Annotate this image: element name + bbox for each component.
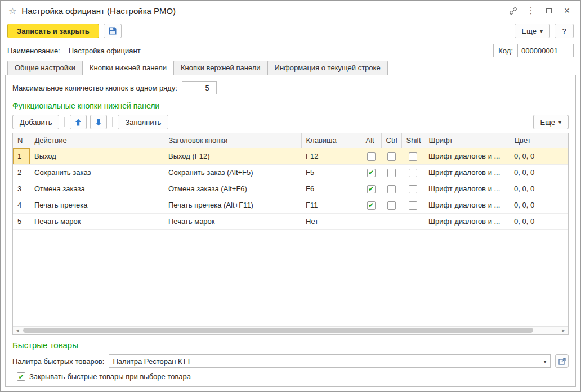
cell-font[interactable]: Шрифт диалогов и ... bbox=[424, 197, 510, 213]
kebab-menu-icon[interactable]: ⋮ bbox=[523, 4, 539, 17]
cell-alt[interactable]: ✔ bbox=[361, 164, 381, 181]
palette-open-button[interactable] bbox=[555, 354, 569, 368]
scroll-left-icon[interactable]: ◀ bbox=[13, 327, 22, 334]
save-close-button[interactable]: Записать и закрыть bbox=[7, 24, 99, 38]
cell-shift[interactable] bbox=[401, 181, 424, 197]
scrollbar-track[interactable] bbox=[22, 327, 559, 334]
column-header[interactable]: N bbox=[13, 133, 30, 148]
column-header[interactable]: Ctrl bbox=[381, 133, 401, 148]
cell-key[interactable]: F6 bbox=[301, 181, 361, 197]
code-input[interactable] bbox=[517, 44, 574, 57]
cell-number[interactable]: 3 bbox=[13, 181, 30, 197]
cell-caption[interactable]: Отмена заказа (Alt+F6) bbox=[164, 181, 301, 197]
save-button[interactable] bbox=[104, 24, 122, 38]
cell-font[interactable]: Шрифт диалогов и ... bbox=[424, 181, 510, 197]
cell-font[interactable]: Шрифт диалогов и ... bbox=[424, 148, 510, 164]
cell-action[interactable]: Печать марок bbox=[30, 213, 164, 229]
column-header[interactable]: Шрифт bbox=[424, 133, 510, 148]
cell-key[interactable]: F12 bbox=[301, 148, 361, 164]
cell-color[interactable]: 0, 0, 0 bbox=[510, 148, 568, 164]
fill-button[interactable]: Заполнить bbox=[118, 115, 168, 129]
checkbox-unchecked[interactable] bbox=[409, 185, 417, 193]
checkbox-checked[interactable]: ✔ bbox=[367, 169, 376, 177]
maximize-icon[interactable] bbox=[541, 4, 557, 17]
cell-shift[interactable] bbox=[401, 197, 424, 213]
scroll-right-icon[interactable]: ▶ bbox=[559, 327, 568, 334]
cell-action[interactable]: Печать пречека bbox=[30, 197, 164, 213]
cell-ctrl[interactable] bbox=[381, 148, 401, 164]
cell-number[interactable]: 5 bbox=[13, 213, 30, 229]
horizontal-scrollbar[interactable]: ◀ ▶ bbox=[13, 326, 568, 334]
cell-caption[interactable]: Сохранить заказ (Alt+F5) bbox=[164, 164, 301, 181]
checkbox-unchecked[interactable] bbox=[387, 152, 396, 161]
cell-caption[interactable]: Выход (F12) bbox=[164, 148, 301, 164]
caret-down-icon[interactable]: ▾ bbox=[540, 358, 550, 364]
more-button[interactable]: Еще ▾ bbox=[515, 24, 550, 38]
cell-caption[interactable]: Печать пречека (Alt+F11) bbox=[164, 197, 301, 213]
close-on-select-checkbox[interactable]: ✔ bbox=[17, 372, 25, 381]
help-button[interactable]: ? bbox=[555, 24, 574, 38]
cell-shift[interactable] bbox=[401, 148, 424, 164]
cell-color[interactable]: 0, 0, 0 bbox=[510, 197, 568, 213]
cell-alt[interactable] bbox=[361, 148, 381, 164]
cell-key[interactable]: F5 bbox=[301, 164, 361, 181]
cell-alt[interactable]: ✔ bbox=[361, 197, 381, 213]
checkbox-checked[interactable]: ✔ bbox=[367, 201, 376, 210]
column-header[interactable]: Alt bbox=[361, 133, 381, 148]
cell-alt[interactable] bbox=[361, 213, 381, 229]
checkbox-checked[interactable]: ✔ bbox=[367, 185, 376, 193]
move-down-button[interactable] bbox=[90, 115, 107, 129]
table-row[interactable]: 5Печать марокПечать марокНетШрифт диалог… bbox=[13, 213, 568, 229]
cell-font[interactable]: Шрифт диалогов и ... bbox=[424, 164, 510, 181]
cell-shift[interactable] bbox=[401, 164, 424, 181]
tab-bottom-panel-buttons[interactable]: Кнопки нижней панели bbox=[82, 61, 174, 75]
cell-number[interactable]: 4 bbox=[13, 197, 30, 213]
table-row[interactable]: 1ВыходВыход (F12)F12Шрифт диалогов и ...… bbox=[13, 148, 568, 164]
cell-font[interactable]: Шрифт диалогов и ... bbox=[424, 213, 510, 229]
column-header[interactable]: Заголовок кнопки bbox=[164, 133, 301, 148]
cell-ctrl[interactable] bbox=[381, 164, 401, 181]
cell-ctrl[interactable] bbox=[381, 181, 401, 197]
cell-action[interactable]: Отмена заказа bbox=[30, 181, 164, 197]
favorite-star-icon[interactable]: ☆ bbox=[8, 6, 16, 16]
scrollbar-thumb[interactable] bbox=[23, 328, 533, 333]
tab-general-settings[interactable]: Общие настройки bbox=[7, 61, 83, 75]
cell-number[interactable]: 2 bbox=[13, 164, 30, 181]
cell-alt[interactable]: ✔ bbox=[361, 181, 381, 197]
column-header[interactable]: Действие bbox=[30, 133, 164, 148]
column-header[interactable]: Клавиша bbox=[301, 133, 361, 148]
cell-color[interactable]: 0, 0, 0 bbox=[510, 181, 568, 197]
column-header[interactable]: Shift bbox=[401, 133, 424, 148]
column-header[interactable]: Цвет bbox=[510, 133, 568, 148]
close-icon[interactable]: × bbox=[559, 4, 575, 17]
name-input[interactable] bbox=[65, 44, 494, 57]
cell-key[interactable]: Нет bbox=[301, 213, 361, 229]
tab-current-row-info[interactable]: Информация о текущей строке bbox=[267, 61, 388, 75]
checkbox-unchecked[interactable] bbox=[387, 169, 396, 177]
table-row[interactable]: 2Сохранить заказСохранить заказ (Alt+F5)… bbox=[13, 164, 568, 181]
cell-ctrl[interactable] bbox=[381, 213, 401, 229]
checkbox-unchecked[interactable] bbox=[387, 185, 396, 193]
cell-color[interactable]: 0, 0, 0 bbox=[510, 164, 568, 181]
palette-combo[interactable]: Палитра Ресторан КТТ ▾ bbox=[109, 354, 551, 368]
cell-color[interactable]: 0, 0, 0 bbox=[510, 213, 568, 229]
move-up-button[interactable] bbox=[70, 115, 87, 129]
table-row[interactable]: 4Печать пречекаПечать пречека (Alt+F11)F… bbox=[13, 197, 568, 213]
cell-caption[interactable]: Печать марок bbox=[164, 213, 301, 229]
add-button[interactable]: Добавить bbox=[12, 115, 59, 129]
cell-key[interactable]: F11 bbox=[301, 197, 361, 213]
checkbox-unchecked[interactable] bbox=[387, 201, 396, 210]
cell-action[interactable]: Сохранить заказ bbox=[30, 164, 164, 181]
checkbox-unchecked[interactable] bbox=[409, 201, 417, 210]
cell-number[interactable]: 1 bbox=[13, 148, 30, 164]
checkbox-unchecked[interactable] bbox=[409, 152, 417, 161]
table-row[interactable]: 3Отмена заказаОтмена заказа (Alt+F6)F6✔Ш… bbox=[13, 181, 568, 197]
cell-action[interactable]: Выход bbox=[30, 148, 164, 164]
checkbox-unchecked[interactable] bbox=[409, 169, 417, 177]
cell-shift[interactable] bbox=[401, 213, 424, 229]
max-buttons-input[interactable] bbox=[182, 81, 217, 94]
link-icon[interactable] bbox=[505, 4, 521, 17]
grid-more-button[interactable]: Еще ▾ bbox=[533, 115, 569, 129]
tab-top-panel-buttons[interactable]: Кнопки верхней панели bbox=[173, 61, 268, 75]
checkbox-unchecked[interactable] bbox=[367, 152, 376, 161]
